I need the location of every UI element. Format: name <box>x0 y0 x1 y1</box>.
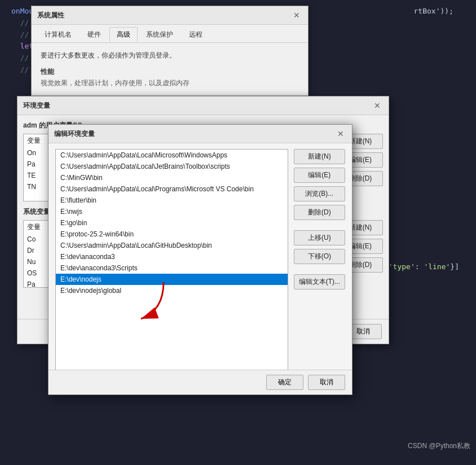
editenv-cancel-button[interactable]: 取消 <box>308 375 345 390</box>
editenv-browse-button[interactable]: 浏览(B)... <box>294 186 345 201</box>
editenv-buttons: 新建(N) 编辑(E) 浏览(B)... 删除(D) 上移(U) 下移(O) 编… <box>294 149 345 374</box>
sysprop-titlebar: 系统属性 ✕ <box>32 6 308 25</box>
path-item-1[interactable]: C:\Users\admin\AppData\Local\JetBrains\T… <box>56 161 288 172</box>
editenv-list-area: C:\Users\admin\AppData\Local\Microsoft\W… <box>55 149 345 374</box>
tab-computer-name[interactable]: 计算机名 <box>37 27 79 42</box>
code-type-text: 'type' <box>389 262 415 271</box>
sysprop-content: 要进行大多数更改，你必须作为管理员登录。 性能 视觉效果，处理器计划，内存使用，… <box>32 43 308 95</box>
envvars-close-button[interactable]: ✕ <box>372 100 383 111</box>
editenv-delete-button[interactable]: 删除(D) <box>294 205 345 220</box>
path-item-9[interactable]: E:\dev\anaconda3 <box>56 251 288 262</box>
perf-section-label: 性能 <box>41 67 299 77</box>
sysprop-dialog: 系统属性 ✕ 计算机名 硬件 高级 系统保护 远程 要进行大多数更改，你必须作为… <box>31 6 308 96</box>
editenv-close-button[interactable]: ✕ <box>335 128 346 139</box>
editenv-moveup-button[interactable]: 上移(U) <box>294 230 345 245</box>
editenv-ok-button[interactable]: 确定 <box>266 375 303 390</box>
sysprop-warning: 要进行大多数更改，你必须作为管理员登录。 <box>41 51 299 60</box>
sysprop-title: 系统属性 <box>37 11 64 20</box>
path-item-7[interactable]: E:\protoc-25.2-win64\bin <box>56 229 288 240</box>
path-item-2[interactable]: C:\MinGW\bin <box>56 172 288 183</box>
envvars-titlebar: 环境变量 ✕ <box>17 96 389 115</box>
tab-remote[interactable]: 远程 <box>182 27 210 42</box>
editenv-titlebar: 编辑环境变量 ✕ <box>49 125 352 143</box>
sysprop-close-button[interactable]: ✕ <box>291 10 302 21</box>
path-item-5[interactable]: E:\nwjs <box>56 206 288 217</box>
editenv-edit-button[interactable]: 编辑(E) <box>294 168 345 183</box>
editenv-title: 编辑环境变量 <box>54 129 95 139</box>
path-item-0[interactable]: C:\Users\admin\AppData\Local\Microsoft\W… <box>56 150 288 161</box>
perf-section-desc: 视觉效果，处理器计划，内存使用，以及虚拟内存 <box>41 79 299 87</box>
path-list[interactable]: C:\Users\admin\AppData\Local\Microsoft\W… <box>55 149 288 374</box>
code-right-1: rtBox')); <box>414 6 453 17</box>
path-item-6[interactable]: E:\go\bin <box>56 217 288 229</box>
sysprop-tabs: 计算机名 硬件 高级 系统保护 远程 <box>32 25 308 43</box>
editenv-edittext-button[interactable]: 编辑文本(T)... <box>294 274 345 289</box>
editenv-movedown-button[interactable]: 下移(O) <box>294 249 345 264</box>
editenv-new-button[interactable]: 新建(N) <box>294 149 345 164</box>
tab-advanced[interactable]: 高级 <box>109 27 138 42</box>
envvars-title: 环境变量 <box>23 101 50 111</box>
editenv-bottom-buttons: 确定 取消 <box>49 370 352 394</box>
path-item-3[interactable]: C:\Users\admin\AppData\Local\Programs\Mi… <box>56 183 288 195</box>
path-item-4[interactable]: E:\flutter\bin <box>56 195 288 206</box>
watermark: CSDN @Python私教 <box>408 441 470 451</box>
tab-system-protect[interactable]: 系统保护 <box>139 27 180 42</box>
editenv-content: C:\Users\admin\AppData\Local\Microsoft\W… <box>49 143 352 379</box>
path-item-8[interactable]: C:\Users\admin\AppData\Local\GitHubDeskt… <box>56 240 288 251</box>
red-arrow-indicator <box>118 277 186 333</box>
tab-hardware[interactable]: 硬件 <box>80 27 108 42</box>
editenv-dialog: 编辑环境变量 ✕ C:\Users\admin\AppData\Local\Mi… <box>48 124 352 395</box>
path-item-10[interactable]: E:\dev\anaconda3\Scripts <box>56 262 288 274</box>
